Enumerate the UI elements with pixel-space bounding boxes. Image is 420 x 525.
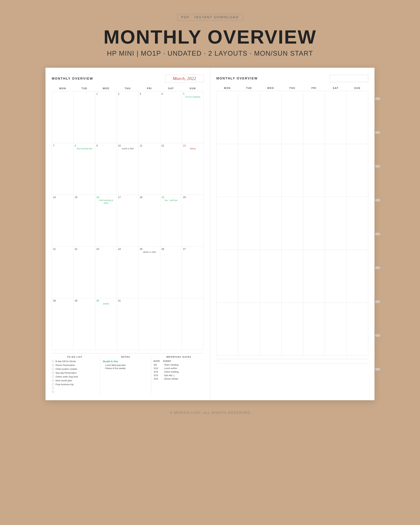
day-number: 12 xyxy=(161,144,181,147)
day-number: 16 xyxy=(96,196,116,199)
day-number: 27 xyxy=(183,248,203,250)
day-number: 5 xyxy=(183,92,203,95)
ring-1 xyxy=(375,97,381,101)
day-number: 21 xyxy=(53,248,73,250)
right-calendar-cell xyxy=(303,144,325,197)
right-page: MONTHLY OVERVIEW MONTUEWEDTHUFRISATSUN xyxy=(210,68,375,400)
todo-item-5: Next month plan xyxy=(52,379,98,382)
todo-checkbox[interactable] xyxy=(52,375,54,378)
notes-item-1: · Fitness & Run weekly xyxy=(103,367,149,370)
notes-section: NOTES Health & Diet · Lunch Meal prep id… xyxy=(100,356,151,394)
ring-5 xyxy=(375,232,381,236)
date-event-label: Lunch w/Kim xyxy=(164,367,177,370)
calendar-cell: 20 xyxy=(182,195,204,247)
day-number: 24 xyxy=(118,248,137,250)
todo-text: Spa day Reservation xyxy=(56,372,77,374)
calendar-cell: 8Team meeting 4pm xyxy=(74,143,95,195)
ring-6 xyxy=(375,266,381,270)
day-number: 25 xyxy=(140,248,159,250)
calendar-cell: 18 xyxy=(139,195,160,247)
day-number: 15 xyxy=(75,196,94,199)
ring-3 xyxy=(375,164,381,168)
right-calendar-cell xyxy=(238,197,260,250)
right-calendar-cell xyxy=(238,303,260,356)
calendar-cell: 12 xyxy=(160,143,182,195)
calendar-cell: 11 xyxy=(139,143,160,195)
todo-item-4: Online order Dog food xyxy=(52,375,98,378)
dates-rows: 3/8Team meeting3/10Lunch w/Kim3/16Client… xyxy=(154,364,204,380)
week-row-4: 282930payday31 xyxy=(52,298,204,350)
todo-checkbox[interactable] xyxy=(52,379,54,382)
day-header-mon: MON xyxy=(52,85,74,91)
todo-checkbox[interactable] xyxy=(52,364,54,366)
date-event-label: Dinner w/Dad xyxy=(164,377,178,380)
todo-item-0: B-day Gift for Nicole xyxy=(52,360,98,363)
right-calendar-cell xyxy=(346,197,368,250)
calendar-cell xyxy=(139,298,160,350)
date-value: 3/10 xyxy=(154,367,161,370)
calendar-cell: 1 xyxy=(95,91,117,143)
event-text: payday xyxy=(96,302,116,305)
todo-checkbox[interactable] xyxy=(52,360,54,362)
day-header-sun: SUN xyxy=(182,85,204,91)
todo-checkbox[interactable] xyxy=(52,390,54,393)
left-page-header: MONTHLY OVERVIEW March, 2022 xyxy=(52,75,204,82)
day-number: 8 xyxy=(75,144,94,147)
calendar-cell: 13Hiking xyxy=(182,143,204,195)
right-calendar-cell xyxy=(216,91,238,144)
todo-checkbox[interactable] xyxy=(52,372,54,374)
calendar-cell: 30payday xyxy=(95,298,117,350)
todo-text: Order protein cookies xyxy=(56,368,77,370)
day-number: 20 xyxy=(183,196,203,199)
day-number: 1 xyxy=(96,92,116,95)
right-calendar-cell xyxy=(325,144,346,197)
right-calendar-cell xyxy=(346,144,368,197)
right-bottom-section xyxy=(216,359,368,394)
footer: © MONTHLYJOY. ALL RIGHTS RESERVED xyxy=(170,411,250,415)
todo-text: Next month plan xyxy=(56,379,72,382)
right-month-box[interactable] xyxy=(330,75,368,82)
calendar-cell: 10Lunch w/ Kim xyxy=(117,143,139,195)
todo-text: Online order Dog food xyxy=(56,375,78,378)
planner-container: MONTHLY OVERVIEW March, 2022 MONTUEWEDTH… xyxy=(46,68,374,400)
notes-items: · Lunch Meal prep idea· Fitness & Run we… xyxy=(103,364,149,370)
day-number: 11 xyxy=(140,144,159,147)
todo-item-7 xyxy=(52,387,98,389)
todo-checkbox[interactable] xyxy=(52,383,54,385)
calendar-cell: 26 xyxy=(160,246,182,298)
date-row-4: 3/25Dinner w/Dad xyxy=(154,377,204,380)
right-week-row-2 xyxy=(216,197,368,250)
right-calendar-cell xyxy=(281,250,303,303)
right-calendar-cell xyxy=(216,197,238,250)
right-calendar-cell xyxy=(325,197,346,250)
todo-checkbox[interactable] xyxy=(52,387,54,389)
calendar-cell: 31 xyxy=(117,298,139,350)
notes-item-0: · Lunch Meal prep idea xyxy=(103,364,149,366)
event-text: Lunch w/ Kim xyxy=(118,147,137,150)
right-day-header-thu: THU xyxy=(281,85,303,91)
day-number: 28 xyxy=(53,299,73,302)
week-row-3: 2122232425Dinner w/ Dad2627 xyxy=(52,246,204,298)
calendar-cell: 19Spa + gold spa xyxy=(160,195,182,247)
todo-checkbox[interactable] xyxy=(52,368,54,370)
calendar-cell: 15 xyxy=(74,195,95,247)
date-value: 3/19 xyxy=(154,374,161,377)
todo-item-3: Spa day Reservation xyxy=(52,372,98,374)
day-number: 4 xyxy=(161,92,181,95)
right-calendar-cell xyxy=(238,91,260,144)
calendar-cell: 4 xyxy=(160,91,182,143)
day-number: 26 xyxy=(161,248,181,250)
event-text: Team meeting 4pm xyxy=(75,147,94,150)
dates-header: DATE EVENT xyxy=(154,360,204,362)
day-header-thu: THU xyxy=(117,85,139,91)
todo-item-8 xyxy=(52,390,98,393)
day-number: 29 xyxy=(75,299,94,302)
calendar-cell: 9 xyxy=(95,143,117,195)
left-page: MONTHLY OVERVIEW March, 2022 MONTUEWEDTH… xyxy=(46,68,210,400)
day-number: 18 xyxy=(140,196,159,199)
calendar-cell xyxy=(52,91,74,143)
event-text: Grocery shopping xyxy=(183,95,203,98)
day-number: 30 xyxy=(96,299,116,302)
event-text: client meeting @ Stella xyxy=(96,199,116,204)
right-calendar-cell xyxy=(216,303,238,356)
